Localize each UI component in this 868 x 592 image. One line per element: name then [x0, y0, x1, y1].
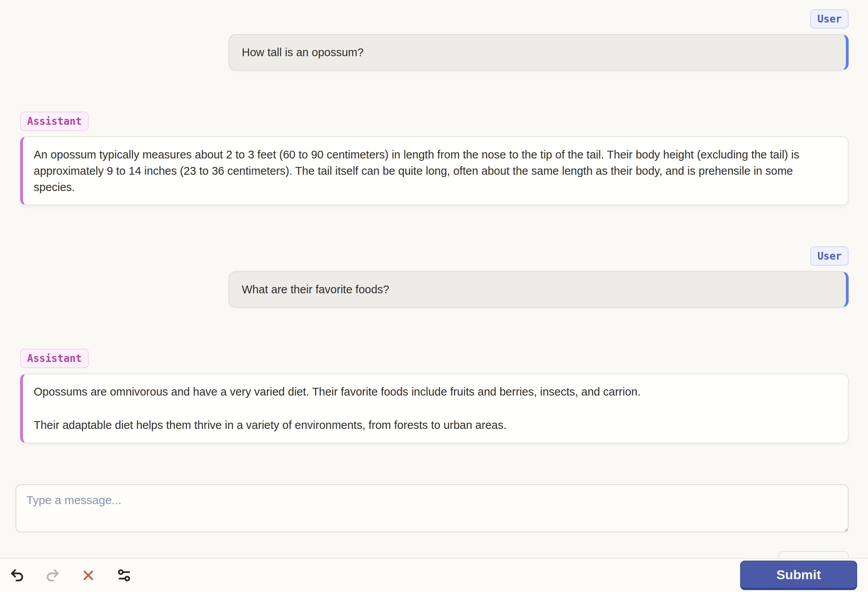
message-user-2: User What are their favorite foods? — [20, 246, 849, 308]
user-message-bubble: What are their favorite foods? — [229, 271, 849, 308]
close-icon — [81, 568, 96, 583]
role-badge-user: User — [810, 246, 849, 266]
settings-button[interactable] — [112, 564, 136, 587]
user-message-bubble: How tall is an opossum? — [229, 34, 849, 71]
assistant-message-bubble: Opossums are omnivorous and have a very … — [20, 373, 849, 443]
message-user-1: User How tall is an opossum? — [20, 9, 849, 71]
role-badge-user: User — [810, 9, 849, 29]
chat-transcript: User How tall is an opossum? Assistant A… — [0, 0, 868, 583]
role-badge-assistant: Assistant — [20, 349, 89, 368]
clear-button[interactable] — [77, 564, 100, 587]
message-input[interactable] — [16, 484, 849, 532]
undo-icon — [9, 568, 25, 583]
sliders-icon — [116, 568, 132, 583]
message-assistant-2: Assistant Opossums are omnivorous and ha… — [20, 349, 849, 443]
redo-button[interactable] — [41, 564, 64, 587]
message-text: Opossums are omnivorous and have a very … — [34, 384, 837, 400]
assistant-message-bubble: An opossum typically measures about 2 to… — [20, 136, 849, 205]
message-text: How tall is an opossum? — [242, 44, 834, 60]
bottom-toolbar: Submit — [0, 558, 868, 592]
redo-icon — [45, 568, 60, 583]
message-assistant-1: Assistant An opossum typically measures … — [20, 112, 849, 205]
role-badge-assistant: Assistant — [20, 112, 89, 131]
undo-button[interactable] — [5, 564, 29, 587]
message-text: What are their favorite foods? — [242, 281, 834, 298]
message-text: Their adaptable diet helps them thrive i… — [34, 417, 837, 433]
message-text: An opossum typically measures about 2 to… — [34, 146, 837, 195]
submit-button[interactable]: Submit — [740, 561, 857, 590]
